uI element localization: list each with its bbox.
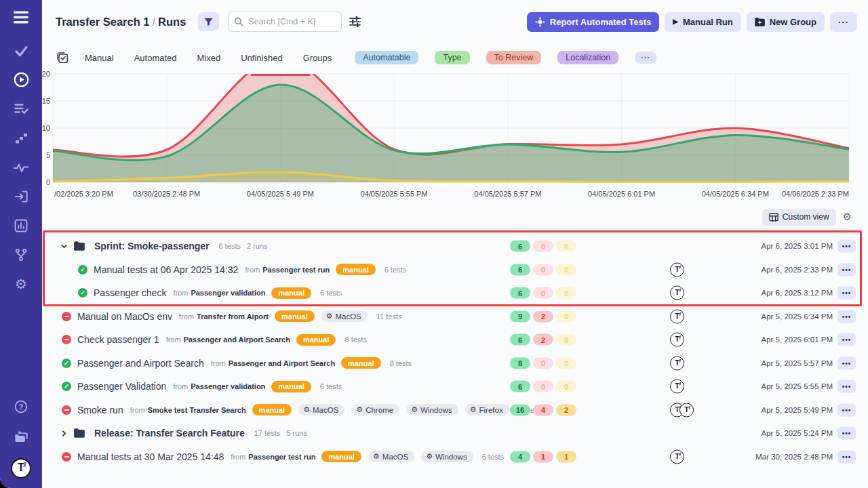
- run-title[interactable]: Smoke run: [77, 405, 123, 415]
- view-settings-gear-icon[interactable]: ⚙: [843, 211, 852, 223]
- run-source[interactable]: Passenger and Airport Search: [229, 359, 335, 367]
- row-more-button[interactable]: •••: [837, 427, 856, 440]
- run-title[interactable]: Passenger Validation: [77, 381, 166, 392]
- breadcrumb-project[interactable]: Transfer Search 1: [56, 16, 150, 28]
- row-more-button[interactable]: •••: [837, 357, 856, 369]
- run-title[interactable]: Manual on MacOs env: [77, 311, 172, 322]
- gear-icon: ⚙: [356, 406, 363, 413]
- svg-text:5: 5: [46, 151, 50, 159]
- sidebar-item-help-icon[interactable]: ?: [7, 394, 36, 419]
- svg-text:04/05/2025 6:34 PM: 04/05/2025 6:34 PM: [702, 190, 769, 198]
- page-title: Transfer Search 1/Runs: [56, 16, 186, 28]
- run-row[interactable]: Manual on MacOs env from Transfer from A…: [42, 305, 868, 329]
- filter-button[interactable]: [198, 12, 219, 31]
- run-row[interactable]: Passenger Validation from Passenger vali…: [42, 375, 868, 399]
- tag-pill-type[interactable]: Type: [435, 51, 469, 64]
- sidebar-item-check-icon[interactable]: [7, 36, 36, 65]
- row-more-button[interactable]: •••: [837, 450, 856, 463]
- badge-skipped: 0: [556, 357, 576, 369]
- run-title[interactable]: Manual tests at 30 Mar 2025 14:48: [77, 451, 224, 462]
- run-row[interactable]: Manual tests at 30 Mar 2025 14:48 from P…: [42, 445, 868, 469]
- run-source[interactable]: Passenger and Airport Search: [184, 336, 290, 344]
- tag-pill-to-review[interactable]: To Review: [486, 51, 542, 64]
- run-source[interactable]: Passenger validation: [191, 382, 265, 390]
- group-meta: 6 tests2 runs: [219, 242, 268, 250]
- result-badges: 620: [510, 334, 576, 346]
- tag-pills-more-button[interactable]: ···: [635, 52, 656, 64]
- play-icon: ▶: [673, 18, 678, 25]
- manual-run-button[interactable]: ▶ Manual Run: [665, 12, 741, 32]
- report-automated-tests-button[interactable]: Report Automated Tests: [527, 12, 660, 32]
- menu-icon[interactable]: [14, 11, 28, 26]
- sidebar-bottom: ?: [7, 394, 36, 449]
- row-more-button[interactable]: •••: [837, 263, 856, 276]
- from-label: from: [231, 453, 245, 461]
- avatar: T: [670, 333, 684, 347]
- run-row[interactable]: Check passenger 1 from Passenger and Air…: [42, 328, 868, 352]
- run-row[interactable]: Manual tests at 06 Apr 2025 14:32 from P…: [42, 258, 868, 282]
- run-title[interactable]: Passenger check: [94, 287, 166, 298]
- tab-groups[interactable]: Groups: [303, 53, 332, 63]
- tag-pill-automatable[interactable]: Automatable: [355, 51, 418, 64]
- svg-text:04/05/2025 5:55 PM: 04/05/2025 5:55 PM: [361, 190, 428, 198]
- sidebar-item-steps-icon[interactable]: [7, 123, 36, 152]
- group-row[interactable]: Sprint: Smoke-passenger 6 tests2 runs 60…: [42, 235, 868, 258]
- header-more-button[interactable]: ···: [830, 12, 857, 32]
- row-more-button[interactable]: •••: [837, 287, 856, 300]
- sidebar-item-folders-icon[interactable]: [7, 424, 36, 449]
- badge-passed: 6: [510, 381, 530, 392]
- run-title[interactable]: Passenger and Airport Search: [77, 358, 204, 369]
- group-title[interactable]: Release: Transfer Search Feature: [94, 428, 245, 439]
- manual-run-label: Manual Run: [683, 17, 733, 27]
- run-source[interactable]: Passenger test run: [262, 266, 330, 274]
- manual-tag: manual: [321, 451, 361, 462]
- row-more-button[interactable]: •••: [837, 403, 856, 416]
- avatar: T: [670, 262, 684, 277]
- sidebar-item-list-check-icon[interactable]: [7, 94, 36, 123]
- run-row[interactable]: Passenger check from Passenger validatio…: [42, 281, 868, 305]
- search-input[interactable]: [228, 12, 342, 32]
- sidebar-item-bar-chart-icon[interactable]: [7, 211, 36, 240]
- sidebar-item-import-icon[interactable]: [7, 182, 36, 211]
- sidebar-item-activity-icon[interactable]: [7, 152, 36, 182]
- tab-automated[interactable]: Automated: [134, 53, 177, 63]
- chevron-right-icon[interactable]: [60, 430, 68, 437]
- run-source[interactable]: Passenger test run: [248, 453, 315, 461]
- avatar: T: [670, 380, 684, 394]
- run-source[interactable]: Passenger validation: [191, 289, 265, 297]
- run-row[interactable]: Smoke run from Smoke test Transfer Searc…: [42, 399, 868, 422]
- from-label: from: [173, 382, 188, 390]
- tab-unfinished[interactable]: Unfinished: [241, 53, 282, 63]
- run-row[interactable]: Passenger and Airport Search from Passen…: [42, 352, 868, 375]
- sidebar-item-play-circle-icon[interactable]: [7, 65, 36, 94]
- tag-pill-localization[interactable]: Localization: [557, 51, 618, 64]
- new-group-button[interactable]: New Group: [747, 12, 825, 32]
- row-more-button[interactable]: •••: [837, 380, 856, 393]
- sliders-icon[interactable]: [346, 12, 363, 31]
- logo-tick: [23, 462, 26, 467]
- sidebar-item-git-branch-icon[interactable]: [7, 240, 36, 269]
- result-badges: 920: [510, 310, 576, 322]
- tab-mixed[interactable]: Mixed: [197, 53, 221, 63]
- sidebar-item-gear-icon[interactable]: ⚙: [7, 269, 36, 298]
- tab-manual[interactable]: Manual: [85, 53, 114, 63]
- group-title[interactable]: Sprint: Smoke-passenger: [94, 241, 210, 251]
- custom-view-button[interactable]: Custom view: [762, 209, 836, 226]
- app-window: ⚙ ? T Transfer Search 1/Runs: [0, 0, 868, 488]
- tests-count: 6 tests: [320, 289, 342, 297]
- row-more-button[interactable]: •••: [837, 240, 856, 253]
- env-pill: ⚙Windows: [421, 451, 473, 462]
- assignee-avatars: T: [670, 449, 684, 464]
- run-title[interactable]: Manual tests at 06 Apr 2025 14:32: [94, 264, 238, 275]
- chevron-down-icon[interactable]: [60, 243, 68, 250]
- sidebar-nav: ⚙: [7, 36, 36, 298]
- group-row[interactable]: Release: Transfer Search Feature 17 test…: [42, 422, 868, 445]
- svg-text:03/30/2025 2:48 PM: 03/30/2025 2:48 PM: [133, 190, 200, 198]
- run-source[interactable]: Smoke test Transfer Search: [148, 406, 246, 414]
- select-all-icon[interactable]: [57, 52, 68, 64]
- run-title[interactable]: Check passenger 1: [77, 334, 159, 345]
- row-more-button[interactable]: •••: [837, 310, 856, 323]
- bar-chart-icon: [14, 219, 28, 232]
- row-more-button[interactable]: •••: [837, 333, 856, 346]
- run-source[interactable]: Transfer from Aiport: [197, 312, 269, 321]
